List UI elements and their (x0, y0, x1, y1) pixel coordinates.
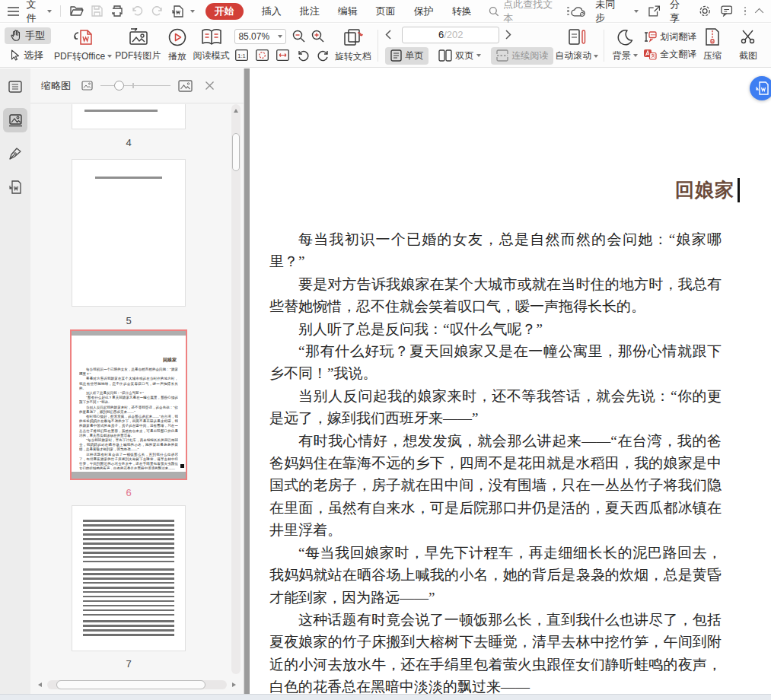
thumbnail-page-4[interactable] (72, 104, 185, 129)
double-page-mode-button[interactable]: 双页 (433, 47, 486, 65)
horizontal-scroll-thumb[interactable] (56, 680, 205, 689)
hamburger-menu-icon[interactable] (6, 4, 21, 19)
hand-tool-button[interactable]: 手型 (5, 27, 51, 44)
collapse-toolbar-icon[interactable] (755, 8, 763, 16)
actual-size-icon[interactable]: 1:1 (234, 49, 248, 62)
background-button[interactable]: 背景 (610, 25, 640, 66)
hand-tool-label: 手型 (25, 29, 45, 43)
thumbnail-page-5[interactable] (72, 160, 185, 306)
document-viewport[interactable]: 回娘家 每当我初识一个已婚的女友，总是自然而然的会问她：“娘家哪里？” 要是对方… (244, 68, 771, 694)
vertical-scroll-thumb[interactable] (232, 133, 240, 171)
panel-vertical-scrollbar[interactable] (231, 104, 241, 674)
chevron-down-icon (476, 54, 481, 57)
auto-scroll-button[interactable]: 自动滚动 (555, 25, 598, 66)
file-menu[interactable]: 文件 (26, 0, 52, 25)
tab-protect[interactable]: 保护 (414, 5, 434, 18)
search-box[interactable]: 点此查找文本 (489, 0, 571, 25)
redo-icon[interactable] (150, 4, 164, 19)
zoom-level-combo[interactable]: 85.07% (234, 29, 286, 44)
thumbnail-page-6-selected[interactable]: 回娘家 每当我初识一个已婚的女友，总是自然而然的会问她：“娘家哪里？” 要是对方… (70, 329, 187, 480)
reading-mode-label: 阅读模式 (193, 49, 230, 62)
rotate-document-button[interactable]: 旋转文档 (333, 25, 372, 66)
chevron-down-icon[interactable] (634, 10, 639, 13)
paragraph: 别人听了总是反问我：“叹什么气呢？” (269, 318, 722, 340)
tab-edit[interactable]: 编辑 (338, 5, 358, 18)
continuous-reading-button[interactable]: 连续阅读 (491, 47, 553, 65)
play-label: 播放 (168, 50, 186, 63)
zoom-out-icon[interactable] (292, 30, 305, 43)
chevron-down-icon[interactable] (190, 10, 195, 13)
share-icon[interactable] (648, 5, 660, 17)
thumbnails-panel-button[interactable] (3, 108, 27, 132)
tab-insert[interactable]: 插入 (262, 5, 282, 18)
save-as-word-icon[interactable] (170, 4, 184, 19)
menubar: 文件 开始 插入 (0, 0, 771, 23)
tab-convert[interactable]: 转换 (452, 5, 472, 18)
tab-annotate[interactable]: 批注 (300, 5, 320, 18)
convert-to-word-panel-button[interactable] (3, 175, 27, 199)
print-icon[interactable] (110, 4, 124, 19)
slider-knob[interactable] (114, 81, 124, 91)
divider (604, 30, 604, 62)
cloud-sync-icon[interactable] (571, 6, 585, 17)
mini-paragraph: 当别人反问起我的娘家来时，还不等我答话，就会先说：“你的更是远了，嫁到我们西班牙… (79, 406, 178, 415)
more-options-icon[interactable] (743, 5, 748, 18)
pdf-to-image-button[interactable]: PDF转图片 (113, 25, 164, 66)
scroll-left-arrow[interactable] (38, 682, 42, 687)
scroll-right-arrow[interactable] (232, 682, 236, 687)
word-translate-button[interactable]: 划词翻译 (643, 30, 696, 43)
compress-label: 压缩 (703, 49, 722, 62)
thumbnail-page-7-label[interactable]: 7 (30, 658, 227, 670)
compress-button[interactable]: 压缩 (699, 25, 725, 66)
save-icon[interactable] (90, 4, 104, 19)
large-thumbnails-icon[interactable] (178, 80, 193, 92)
tab-home[interactable]: 开始 (205, 3, 244, 20)
annotation-panel-button[interactable] (3, 142, 27, 166)
single-page-mode-button[interactable]: 单页 (385, 47, 429, 65)
pdf-to-office-button[interactable]: PDF转Office (54, 25, 113, 66)
select-tool-button[interactable]: 选择 (5, 47, 49, 64)
sync-status-label[interactable]: 未同步 (595, 0, 624, 25)
small-thumbnails-icon[interactable] (81, 81, 93, 91)
search-icon (489, 6, 499, 17)
feedback-icon[interactable] (721, 5, 732, 17)
open-file-icon[interactable] (69, 4, 84, 19)
play-button[interactable]: 播放 (164, 25, 190, 66)
previous-page-button[interactable] (385, 30, 396, 40)
rotate-right-icon[interactable] (317, 49, 330, 62)
mini-paragraph: 要是对方告诉我娘家在某个大城市或就在当时住的地方时，我总有些替她惋惜，忍不住就会… (79, 377, 178, 391)
word-translate-icon (643, 31, 657, 43)
chevron-down-icon (278, 35, 282, 38)
panel-horizontal-scrollbar[interactable] (37, 679, 237, 691)
thumbnail-page-7[interactable] (72, 506, 185, 651)
document-page[interactable]: 回娘家 每当我初识一个已婚的女友，总是自然而然的会问她：“娘家哪里？” 要是对方… (250, 68, 771, 694)
full-translate-button[interactable]: 全文翻译 (643, 48, 696, 61)
screenshot-label: 截图 (739, 49, 757, 62)
gear-icon[interactable] (699, 5, 711, 18)
undo-icon[interactable] (130, 4, 145, 19)
total-pages-value: /202 (444, 29, 463, 40)
next-page-button[interactable] (505, 30, 516, 40)
page-number-input[interactable]: 6 /202 (402, 27, 499, 43)
fit-width-icon[interactable] (276, 49, 289, 62)
rotate-left-icon[interactable] (296, 49, 310, 62)
thumbnail-page-5-label[interactable]: 5 (30, 315, 227, 326)
pdf-to-image-label: PDF转图片 (115, 49, 161, 62)
thumbnail-page-6-label[interactable]: 6 (30, 487, 227, 498)
viewport-resize-handle[interactable] (180, 464, 184, 468)
close-panel-icon[interactable] (205, 81, 215, 91)
tab-page[interactable]: 页面 (376, 5, 396, 18)
reading-mode-button[interactable]: 阅读模式 (191, 25, 232, 66)
paragraph: “那有什么好玩？夏天回娘家又是在一幢公寓里，那份心情就跟下乡不同！”我说。 (269, 340, 722, 385)
zoom-in-icon[interactable] (311, 30, 324, 43)
thumbnail-size-slider[interactable] (100, 81, 170, 91)
fit-page-icon[interactable] (255, 49, 269, 62)
scroll-up-arrow[interactable] (234, 109, 238, 113)
chevron-down-icon (107, 55, 112, 58)
thumbnail-page-4-label[interactable]: 4 (30, 137, 227, 148)
screenshot-button[interactable]: 截图 (725, 25, 771, 66)
share-label[interactable]: 分享 (670, 0, 689, 25)
outline-panel-button[interactable] (3, 75, 27, 99)
menubar-left: 文件 (6, 0, 195, 25)
convert-to-word-floating-button[interactable] (750, 76, 771, 100)
